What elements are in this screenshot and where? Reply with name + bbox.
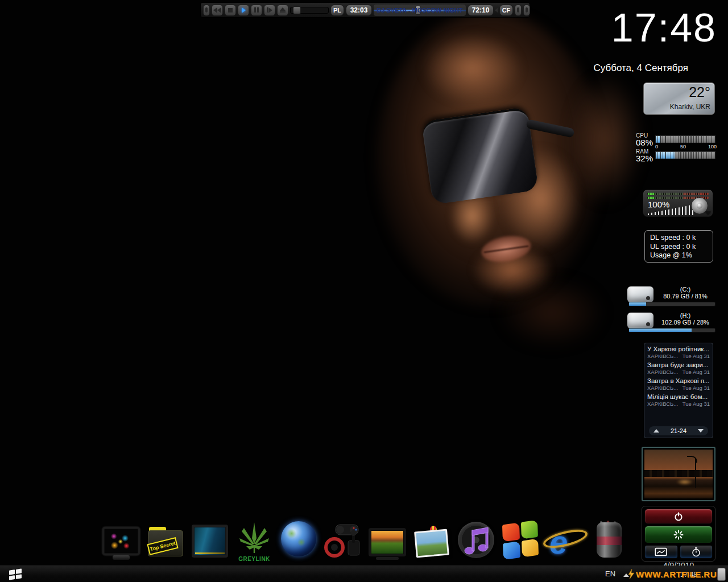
restart-button[interactable] [644, 526, 713, 543]
start-button[interactable] [9, 568, 22, 580]
weather-temp: 22° [689, 84, 710, 101]
drive-h-info: 102.09 GB / 28% [654, 319, 717, 326]
volume-level: 100% [648, 199, 669, 209]
lightning-tray-icon[interactable] [627, 569, 635, 579]
track-title: DJ SVETA - MOSCOW NIGHT [374, 5, 466, 16]
news-item[interactable]: Завтра в Харкові п... ХАРКІВСЬ...Tue Aug… [647, 377, 710, 391]
news-item[interactable]: Міліція шукає бом... ХАРКІВСЬ...Tue Aug … [647, 393, 710, 407]
play-icon [242, 7, 246, 13]
pause-button[interactable] [251, 5, 262, 16]
net-usage: Usage @ 1% [650, 251, 708, 260]
dock-item-internet-globe[interactable] [278, 517, 320, 563]
track-seek-bar[interactable]: DJ SVETA - MOSCOW NIGHT [374, 5, 466, 16]
volume-dropdown-arrow-icon[interactable] [705, 211, 711, 215]
cpu-value: 08% [636, 138, 653, 147]
watermark: WWW.ARTFILE.RU [636, 569, 717, 579]
news-prev-arrow-icon[interactable] [653, 429, 659, 433]
ram-value: 32% [636, 153, 653, 163]
drive-h[interactable]: (H:) 102.09 GB / 28% [626, 310, 717, 336]
drives-widget: (C:) 80.79 GB / 81% (H:) 102.09 GB / 28% [626, 284, 717, 336]
chart-icon [655, 547, 667, 556]
drive-c-info: 80.79 GB / 81% [654, 293, 717, 300]
volume-widget[interactable]: 100% [643, 189, 713, 217]
drive-h-name: (H:) [657, 312, 714, 319]
time-toggle-arrow-icon[interactable] [495, 8, 498, 13]
player-mini-button-1[interactable] [515, 5, 522, 16]
windows-logo-icon [502, 520, 539, 560]
music-note-icon [462, 526, 490, 556]
elapsed-time: 32:03 [346, 5, 372, 16]
player-menu-button[interactable] [203, 5, 210, 16]
photo-icon [414, 529, 449, 558]
news-feed-widget: У Харкові робітник... ХАРКІВСЬ...Tue Aug… [644, 343, 713, 438]
network-widget: DL speed : 0 k UL speed : 0 k Usage @ 1% [644, 230, 713, 263]
language-indicator[interactable]: EN [605, 569, 615, 578]
shutdown-button[interactable] [644, 509, 713, 524]
task-monitor-button[interactable] [644, 545, 678, 559]
media-monitor-icon [192, 525, 228, 558]
photo-frame-widget[interactable] [642, 447, 715, 501]
hdd-icon [627, 286, 653, 302]
music-player-bar: PL 32:03 DJ SVETA - MOSCOW NIGHT 72:10 C… [200, 2, 530, 18]
drive-c-bar [628, 302, 715, 306]
colorful-monitor-icon [102, 527, 140, 555]
power-icon [673, 512, 684, 522]
news-range: 21-24 [671, 427, 686, 434]
dock-item-media-player[interactable] [189, 517, 231, 563]
news-pagination: 21-24 [649, 426, 708, 435]
sunglasses [421, 107, 539, 205]
playlist-button[interactable]: PL [330, 5, 344, 16]
news-item[interactable]: У Харкові робітник... ХАРКІВСЬ...Tue Aug… [647, 346, 710, 359]
dock-item-music[interactable] [455, 517, 497, 563]
volume-slider-thumb[interactable] [293, 6, 301, 14]
vu-meter-left [647, 193, 709, 195]
wallpaper-woman-sunglasses [0, 0, 728, 582]
city-night-photo [644, 450, 713, 498]
weather-location: Kharkiv, UKR [670, 103, 710, 111]
rewind-button[interactable] [212, 5, 223, 16]
timer-button[interactable] [680, 545, 713, 559]
clock-widget-time: 17:48 [611, 8, 717, 48]
player-mini-button-2[interactable] [523, 5, 530, 16]
control-panel-widget: 4/9/2010 [642, 506, 715, 562]
dock-item-internet-explorer[interactable]: e [544, 517, 586, 563]
drive-c[interactable]: (C:) 80.79 GB / 81% [626, 284, 717, 310]
drive-h-bar [628, 328, 715, 332]
earth-icon [281, 521, 316, 556]
gamepad-icon [323, 521, 363, 559]
next-button[interactable] [264, 5, 275, 16]
ul-speed: UL speed : 0 k [650, 243, 708, 252]
dock-item-greylink[interactable]: GREYLINK [233, 517, 275, 563]
meter-scale: 050100 [655, 144, 717, 149]
eject-button[interactable] [277, 5, 288, 16]
dock: Top Secret GREYLINK [100, 517, 630, 563]
dock-item-top-secret-folder[interactable]: Top Secret [144, 517, 187, 563]
news-next-arrow-icon[interactable] [698, 429, 704, 433]
play-button[interactable] [238, 5, 249, 16]
news-item[interactable]: Завтра буде закри... ХАРКІВСЬ...Tue Aug … [647, 361, 710, 375]
system-meters-widget: CPU 08% 050100 RAM 32% [636, 132, 717, 162]
weather-widget[interactable]: 22° Kharkiv, UKR [643, 82, 715, 115]
clock-widget-date: Суббота, 4 Сентября [593, 63, 688, 74]
stopwatch-icon [691, 547, 701, 557]
hdd-icon [627, 313, 653, 329]
dl-speed: DL speed : 0 k [650, 234, 708, 243]
dock-item-pictures-tv[interactable] [366, 517, 408, 563]
stop-button[interactable] [225, 5, 236, 16]
sunset-tv-icon [369, 528, 406, 556]
dock-item-games[interactable] [322, 517, 364, 563]
player-volume-slider[interactable] [290, 7, 329, 14]
total-time: 72:10 [468, 5, 494, 16]
crossfade-button[interactable]: CF [499, 5, 513, 16]
dock-item-recycle-bin[interactable] [588, 517, 630, 563]
cpu-meter [655, 135, 715, 143]
dock-item-display[interactable] [100, 517, 142, 563]
dock-item-photos[interactable] [411, 517, 453, 563]
desktop: PL 32:03 DJ SVETA - MOSCOW NIGHT 72:10 C… [0, 0, 728, 582]
drive-c-name: (C:) [657, 286, 714, 293]
ram-meter [655, 151, 715, 159]
dock-item-windows[interactable] [499, 517, 541, 563]
leaf-icon [237, 521, 271, 554]
spinner-icon [673, 529, 684, 541]
show-desktop-button[interactable] [717, 568, 726, 581]
